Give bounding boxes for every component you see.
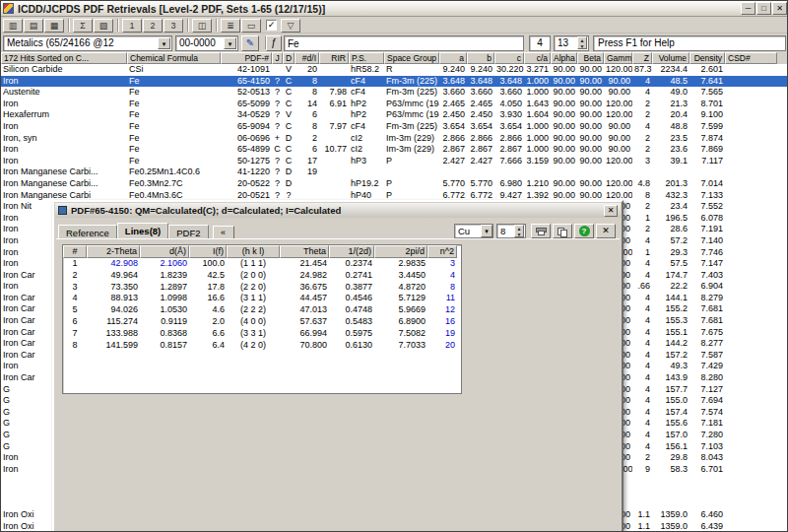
lines-column-header[interactable]: 2pi/d xyxy=(374,245,427,258)
search-input[interactable] xyxy=(284,35,524,51)
pdf-number-combo[interactable]: 00-0000 ▾ xyxy=(175,35,238,51)
column-header[interactable]: Gamma xyxy=(604,52,632,64)
window-tile-icon[interactable]: ◫ xyxy=(192,19,212,33)
grid-cell: 5.770 xyxy=(467,178,494,190)
sum-icon[interactable]: Σ xyxy=(73,19,93,33)
lines-column-header[interactable]: (h k l) xyxy=(227,245,280,258)
result-row[interactable]: Iron, synFe06-0696+D2cI2Im-3m (229)2.866… xyxy=(1,133,788,145)
result-count-field[interactable]: 4 xyxy=(529,35,551,51)
grid-cell xyxy=(725,144,777,156)
lines-column-header[interactable]: I(f) xyxy=(189,245,227,258)
spin-field[interactable]: 13 ▲▼ xyxy=(554,35,589,51)
tab-lines-8-[interactable]: Lines(8) xyxy=(117,223,168,239)
column-header[interactable]: Chemical Formula xyxy=(127,52,221,64)
column-header[interactable]: D xyxy=(283,52,295,64)
result-row[interactable]: HexaferrumFe34-0529?V6hP2P63/mmc (194)2.… xyxy=(1,109,788,121)
column-header[interactable]: c/a xyxy=(524,52,551,64)
lines-column-header[interactable]: Theta xyxy=(280,245,329,258)
column-header[interactable]: Alpha xyxy=(551,52,577,64)
maximize-button[interactable]: □ xyxy=(756,2,771,15)
column-header[interactable]: b xyxy=(467,52,494,64)
first-record-button[interactable]: « xyxy=(213,226,234,239)
line-count-spinner[interactable]: 8 ▲▼ xyxy=(496,224,526,238)
pattern-icon[interactable]: ▧ xyxy=(94,19,113,33)
list-icon[interactable]: ≣ xyxy=(221,19,240,33)
level-2-button[interactable]: 2 xyxy=(143,19,163,33)
column-header[interactable]: Space Group xyxy=(384,52,439,64)
grid-cell: 4 xyxy=(632,418,652,430)
print-icon[interactable]: ▦ xyxy=(44,19,64,33)
line-row[interactable]: 7133.9880.83686.6(3 3 1)66.9940.59757.50… xyxy=(63,328,461,340)
line-cell: 0.2374 xyxy=(329,258,374,270)
result-row[interactable]: IronFe65-4899CC610.77cI2Im-3m (229)2.867… xyxy=(1,144,788,156)
divider xyxy=(187,19,189,32)
tab-pdf2[interactable]: PDF2 xyxy=(168,225,208,239)
options-icon[interactable]: ▽ xyxy=(281,19,300,33)
result-row[interactable]: Silicon CarbideCSi42-1091V20hR58.2R9.240… xyxy=(1,64,788,76)
spinner-arrows-icon[interactable]: ▲▼ xyxy=(577,36,587,49)
edit-pen-button[interactable]: ✎ xyxy=(241,35,259,51)
column-header[interactable]: P.S. xyxy=(349,52,384,64)
column-header[interactable]: Z xyxy=(632,52,652,64)
result-row[interactable]: Iron Manganese Carbi...Fe0.25Mn1.4C0.641… xyxy=(1,166,788,178)
card-icon[interactable]: ▭ xyxy=(241,19,261,33)
grid-cell: Fe xyxy=(127,76,221,88)
help-button[interactable]: ? xyxy=(574,224,594,238)
lines-column-header[interactable]: # xyxy=(63,245,87,258)
grid-cell: 4 xyxy=(632,315,652,327)
print-button[interactable] xyxy=(531,224,551,238)
line-row[interactable]: 142.9082.1060100.0(1 1 1)21.4540.23742.9… xyxy=(63,258,461,270)
tab-reference[interactable]: Reference xyxy=(58,225,117,239)
column-header[interactable]: PDF-# xyxy=(221,52,272,64)
column-header[interactable]: a xyxy=(439,52,467,64)
line-cell: 1.0998 xyxy=(140,293,189,304)
column-header[interactable]: #d/I xyxy=(295,52,319,64)
level-1-button[interactable]: 1 xyxy=(122,19,142,33)
chevron-down-icon[interactable]: ▾ xyxy=(158,37,170,49)
spinner-arrows-icon[interactable]: ▲▼ xyxy=(514,225,524,237)
result-row[interactable]: IronFe50-1275?C17hP3P2.4272.4277.6663.15… xyxy=(1,156,788,167)
dialog-card-close-button[interactable]: ✕ xyxy=(596,224,616,238)
line-row[interactable]: 373.3501.289717.8(2 2 0)36.6750.38774.87… xyxy=(63,282,461,294)
line-cell: 2.1060 xyxy=(140,258,189,270)
copy-button[interactable] xyxy=(553,224,572,238)
line-row[interactable]: 249.9641.823942.5(2 0 0)24.9820.27413.44… xyxy=(63,270,461,282)
result-row[interactable]: IronFe65-5099?C146.91hP2P63/mmc (194)2.4… xyxy=(1,99,788,110)
column-header[interactable]: c xyxy=(494,52,524,64)
column-header[interactable]: RIR xyxy=(319,52,349,64)
line-row[interactable]: 488.9131.099816.6(3 1 1)44.4570.45465.71… xyxy=(63,293,461,304)
column-header[interactable]: Density xyxy=(690,52,725,64)
chevron-down-icon[interactable]: ▾ xyxy=(481,225,492,237)
grid-cell: 6 xyxy=(295,144,319,156)
grid-cell: ? xyxy=(272,166,283,178)
lines-column-header[interactable]: 2-Theta xyxy=(87,245,140,258)
column-header[interactable]: J xyxy=(272,52,283,64)
line-row[interactable]: 6115.2740.91192.0(4 0 0)57.6370.54836.89… xyxy=(63,316,461,328)
column-header[interactable]: 172 Hits Sorted on C... xyxy=(1,52,127,64)
lines-column-header[interactable]: 1/(2d) xyxy=(329,245,374,258)
close-button[interactable]: ✕ xyxy=(772,2,787,15)
line-row[interactable]: 8141.5990.81576.4(4 2 0)70.8000.61307.70… xyxy=(63,340,461,352)
formula-mode-button[interactable]: ƒ xyxy=(266,35,282,51)
lines-column-header[interactable]: n^2 xyxy=(427,245,457,258)
database-combo[interactable]: Metalics (65/24166 @12 ▾ xyxy=(3,35,172,51)
anode-combo[interactable]: Cu ▾ xyxy=(454,224,493,238)
table-view-icon[interactable]: ▤ xyxy=(24,19,43,33)
result-row[interactable]: IronFe65-9094?C87.97cF4Fm-3m (225)3.6543… xyxy=(1,121,788,133)
minimize-button[interactable]: ─ xyxy=(741,2,755,15)
dialog-close-button[interactable]: ✕ xyxy=(604,205,618,217)
toolbar-checkbox[interactable]: ✓ xyxy=(266,20,277,31)
result-row[interactable]: Iron Manganese Carbi...Fe0.3Mn2.7C20-052… xyxy=(1,178,788,190)
column-header[interactable]: Beta xyxy=(577,52,604,64)
lines-column-header[interactable]: d(Å) xyxy=(140,245,189,258)
column-header[interactable]: Volume xyxy=(652,52,690,64)
cards-view-icon[interactable]: ▥ xyxy=(3,19,23,33)
grid-cell: 90.00 xyxy=(577,109,604,121)
level-3-button[interactable]: 3 xyxy=(164,19,183,33)
result-row[interactable]: IronFe65-4150?C8cF4Fm-3m (225)3.6483.648… xyxy=(1,76,788,88)
chevron-down-icon[interactable]: ▾ xyxy=(224,37,236,49)
line-row[interactable]: 594.0261.05304.6(2 2 2)47.0130.47485.966… xyxy=(63,304,461,316)
result-row[interactable]: AusteniteFe52-0513?C87.98cF4Fm-3m (225)3… xyxy=(1,87,788,99)
column-header[interactable]: CSD# xyxy=(725,52,777,64)
grid-cell xyxy=(632,487,652,499)
